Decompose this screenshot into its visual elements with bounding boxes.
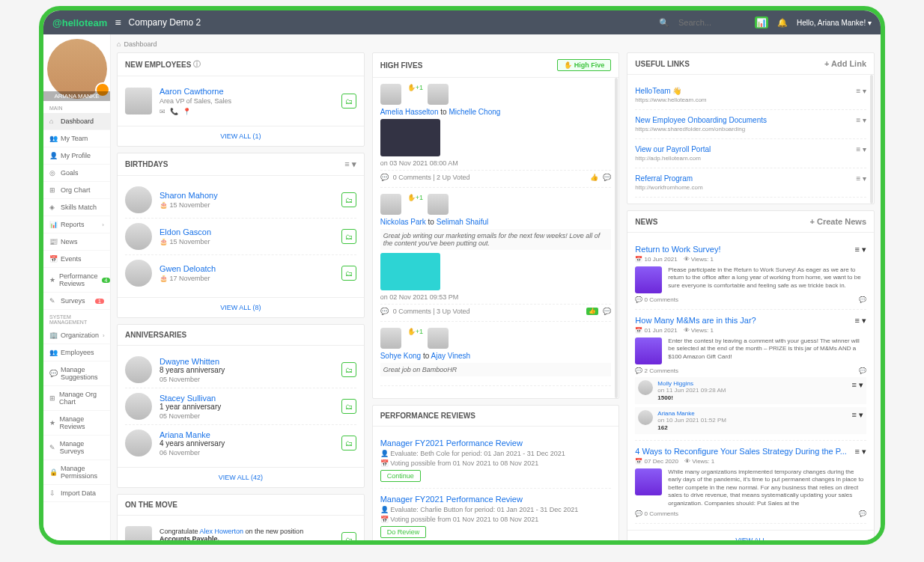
news-link[interactable]: 4 Ways to Reconfigure Your Sales Strateg… — [635, 447, 866, 456]
home-icon[interactable]: ⌂ — [117, 40, 121, 48]
nav-item-news[interactable]: 📰News — [43, 233, 110, 251]
more-icon[interactable]: ≡ ▾ — [852, 380, 863, 401]
bell-icon[interactable]: 🔔 — [777, 18, 788, 28]
review-action-button[interactable]: Continue — [380, 470, 421, 482]
comment-button[interactable]: 💬 — [603, 174, 611, 181]
nav-item-manage-permissions[interactable]: 🔒Manage Permissions — [43, 460, 110, 485]
review-link[interactable]: Manager FY2021 Performance Review — [380, 439, 612, 448]
create-news-button[interactable]: + Create News — [810, 217, 867, 226]
nav-item-manage-suggestions[interactable]: 💬Manage Suggestions — [43, 361, 110, 386]
panel-high-fives: HIGH FIVES✋ High Five ✋+1Amelia Hasselto… — [372, 52, 620, 399]
card-icon[interactable]: 🗂 — [341, 532, 356, 540]
employee-link[interactable]: Alex Howerton — [200, 528, 244, 535]
thumbs-up-icon[interactable]: 👍 — [590, 174, 598, 181]
user-greeting[interactable]: Hello, Ariana Manke! ▾ — [797, 19, 872, 27]
news-link[interactable]: Return to Work Survey! — [635, 245, 866, 254]
link[interactable]: View our Payroll Portal — [635, 145, 866, 153]
add-link-button[interactable]: + Add Link — [824, 59, 866, 68]
nav-item-org-chart[interactable]: ⊞Org Chart — [43, 182, 110, 199]
email-icon[interactable]: ✉ — [159, 108, 165, 115]
employee-link[interactable]: Eldon Gascon — [159, 227, 334, 236]
nav-item-reports[interactable]: 📊Reports› — [43, 216, 110, 233]
nav-icon: ⇩ — [49, 489, 57, 497]
scrollbar[interactable] — [615, 78, 618, 398]
search-icon[interactable]: 🔍 — [659, 18, 669, 28]
employee-link[interactable]: Aaron Cawthorne — [159, 87, 334, 96]
nav-item-manage-org-chart[interactable]: ⊞Manage Org Chart — [43, 386, 110, 411]
link[interactable]: New Employee Onboarding Documents — [635, 116, 866, 124]
card-icon[interactable]: 🗂 — [341, 436, 356, 450]
nav-item-organization[interactable]: 🏢Organization› — [43, 327, 110, 344]
link[interactable]: HelloTeam 👋 — [635, 87, 866, 95]
review-link[interactable]: Manager FY2021 Performance Review — [380, 495, 612, 504]
menu-icon[interactable]: ≡ — [115, 16, 121, 28]
view-all-link[interactable]: VIEW ALL — [627, 530, 874, 540]
card-icon[interactable]: 🗂 — [341, 362, 356, 377]
employee-link[interactable]: Ariana Manke — [159, 430, 334, 439]
panel-menu-icon[interactable]: ≡ ▾ — [344, 159, 356, 169]
nav-item-manage-surveys[interactable]: ✎Manage Surveys — [43, 436, 110, 460]
nav-item-manage-reviews[interactable]: ★Manage Reviews — [43, 411, 110, 436]
topbar: @helloteam ≡ Company Demo 2 🔍 📊 🔔 Hello,… — [43, 10, 881, 34]
commenter-link[interactable]: Molly Higgins — [657, 380, 693, 387]
employee-link[interactable]: Selimah Shaiful — [437, 218, 488, 226]
employee-link[interactable]: Gwen Deloatch — [159, 264, 334, 273]
location-icon[interactable]: 📍 — [183, 108, 191, 115]
card-icon[interactable]: 🗂 — [341, 229, 356, 244]
nav-item-events[interactable]: 📅Events — [43, 251, 110, 268]
employee-link[interactable]: Michelle Chong — [449, 108, 500, 116]
thumbs-up-icon[interactable]: 👍 — [586, 308, 598, 315]
views-icon: 👁 Views: 1 — [684, 327, 714, 334]
card-icon[interactable]: 🗂 — [341, 94, 356, 109]
activity-icon[interactable]: 📊 — [755, 16, 768, 28]
employee-link[interactable]: Sharon Mahony — [159, 191, 334, 200]
employee-link[interactable]: Amelia Hasselton — [380, 108, 439, 116]
employee-link[interactable]: Dwayne Whitten — [159, 357, 334, 366]
phone-icon[interactable]: 📞 — [170, 108, 178, 115]
comment-button[interactable]: 💬 — [859, 510, 866, 517]
more-icon[interactable]: ≡ ▾ — [856, 116, 866, 124]
nav-item-surveys[interactable]: ✎Surveys1 — [43, 293, 110, 310]
more-icon[interactable]: ≡ ▾ — [855, 447, 866, 456]
scrollbar[interactable] — [870, 75, 873, 204]
profile-avatar[interactable] — [47, 39, 107, 99]
nav-item-goals[interactable]: ◎Goals — [43, 165, 110, 182]
company-selector[interactable]: Company Demo 2 — [129, 17, 201, 28]
comment-button[interactable]: 💬 — [859, 296, 866, 303]
card-icon[interactable]: 🗂 — [341, 266, 356, 281]
view-all-link[interactable]: VIEW ALL (42) — [118, 467, 364, 487]
employee-link[interactable]: Nickolas Park — [380, 218, 426, 226]
view-all-link[interactable]: VIEW ALL (1) — [118, 126, 364, 146]
link[interactable]: Referral Program — [635, 174, 866, 183]
more-icon[interactable]: ≡ ▾ — [856, 87, 866, 95]
review-action-button[interactable]: Do Review — [380, 526, 427, 538]
nav-item-dashboard[interactable]: ⌂Dashboard — [43, 113, 110, 130]
comment-button[interactable]: 💬 — [603, 308, 611, 315]
view-all-link[interactable]: VIEW ALL (8) — [118, 297, 364, 317]
search-input[interactable] — [678, 18, 746, 27]
nav-item-skills-match[interactable]: ◈Skills Match — [43, 199, 110, 216]
card-icon[interactable]: 🗂 — [341, 399, 356, 414]
more-icon[interactable]: ≡ ▾ — [855, 245, 866, 254]
calendar-icon: 📅 07 Dec 2020 — [635, 458, 678, 465]
employee-link[interactable]: Sohye Kong — [380, 352, 422, 360]
more-icon[interactable]: ≡ ▾ — [856, 145, 866, 153]
nav-item-import-data[interactable]: ⇩Import Data — [43, 485, 110, 502]
info-icon[interactable]: ⓘ — [193, 59, 201, 70]
card-icon[interactable]: 🗂 — [341, 192, 356, 207]
nav-item-my-profile[interactable]: 👤My Profile — [43, 147, 110, 165]
commenter-link[interactable]: Ariana Manke — [657, 410, 694, 417]
more-icon[interactable]: ≡ ▾ — [855, 316, 866, 326]
high-five-button[interactable]: ✋ High Five — [557, 59, 611, 71]
nav-item-my-team[interactable]: 👥My Team — [43, 130, 110, 147]
nav-icon: ★ — [49, 276, 55, 284]
more-icon[interactable]: ≡ ▾ — [856, 174, 866, 183]
nav-item-employees[interactable]: 👥Employees — [43, 344, 110, 361]
employee-link[interactable]: Ajay Vinesh — [431, 352, 471, 360]
comment-button[interactable]: 💬 — [859, 367, 866, 374]
news-link[interactable]: How Many M&Ms are in this Jar? — [635, 316, 866, 325]
nav-item-performance-reviews[interactable]: ★Performance Reviews4 — [43, 268, 110, 293]
more-icon[interactable]: ≡ ▾ — [852, 410, 863, 431]
calendar-icon: 📅 01 Jun 2021 — [635, 327, 677, 334]
employee-link[interactable]: Stacey Sullivan — [159, 394, 334, 403]
